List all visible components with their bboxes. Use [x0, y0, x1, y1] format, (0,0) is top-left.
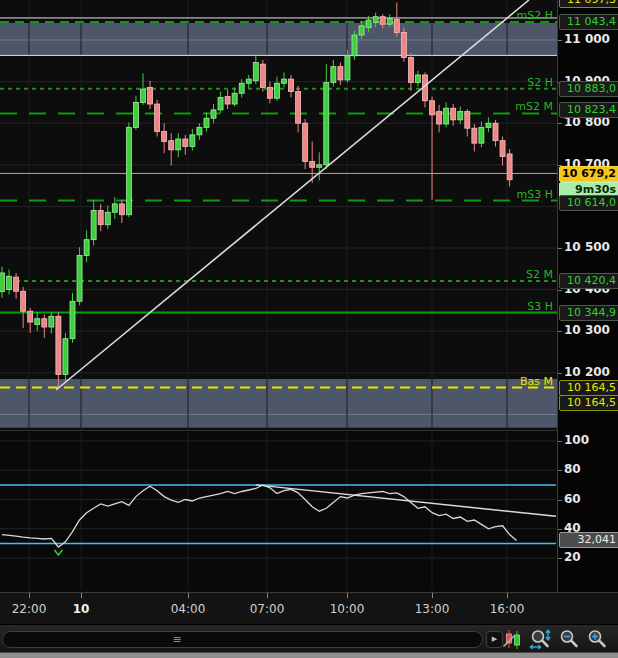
candle — [155, 100, 160, 137]
time-label: 10 — [73, 602, 90, 616]
candle — [77, 247, 82, 305]
candle-body — [401, 33, 406, 58]
candle-body — [345, 56, 350, 80]
candle-body — [70, 301, 75, 338]
level-price-tag: 11 043,4 — [559, 14, 618, 30]
zoom-out-icon[interactable] — [557, 628, 581, 651]
zoom-fit-icon[interactable] — [528, 628, 552, 651]
candle-body — [119, 204, 124, 215]
level-price-tag: 10 823,4 — [559, 102, 618, 118]
candle-body — [133, 102, 138, 127]
candle — [352, 31, 357, 60]
candle-body — [28, 311, 33, 322]
candle-body — [98, 211, 103, 225]
bottom-toolbar: ≡ ▶ — [0, 624, 618, 652]
axis-price-label: 10 200 — [564, 365, 610, 379]
candle-body — [394, 19, 399, 32]
time-label: 04:00 — [171, 602, 206, 616]
green-body — [515, 635, 520, 645]
price-axis[interactable]: 11 00010 90010 80010 70010 50010 40010 3… — [557, 0, 618, 592]
candle-body — [56, 316, 61, 374]
axis-price-label: 10 300 — [564, 323, 610, 337]
candle-body — [197, 127, 202, 134]
candle-body — [218, 97, 223, 109]
candle-body — [77, 255, 82, 301]
candle-body — [507, 154, 512, 180]
magnifier-glyph — [585, 628, 609, 651]
candle — [260, 60, 265, 92]
candle-body — [451, 108, 456, 120]
axis-tick-mark — [558, 248, 562, 249]
candle-body — [91, 211, 96, 240]
time-tick-mark — [29, 593, 30, 598]
candle-body — [310, 161, 315, 167]
axis-tick-mark — [558, 123, 562, 124]
axis-tick-mark — [558, 290, 562, 291]
candle — [303, 119, 308, 169]
chart-style-candlestick-icon[interactable] — [501, 628, 525, 651]
h-arrows — [530, 645, 541, 649]
candle-body — [373, 17, 378, 23]
magnifier-glyph — [528, 628, 552, 651]
candle-body — [239, 83, 244, 93]
level-price-tag: 10 614,0 — [559, 195, 618, 211]
candle-body — [105, 212, 110, 224]
candle-body — [211, 110, 216, 118]
indicator-panel-canvas[interactable] — [0, 430, 557, 592]
time-label: 13:00 — [415, 602, 450, 616]
candle-body — [500, 141, 505, 157]
candle-body — [204, 118, 209, 127]
indicator-value-tag: 32,041 — [559, 532, 618, 548]
candle-body — [458, 112, 463, 120]
level-price-tag: 10 420,4 — [559, 273, 618, 289]
magnifier-glyph — [557, 628, 581, 651]
candle-body — [35, 319, 40, 325]
time-tick-mark — [267, 593, 268, 598]
candle-body — [317, 165, 322, 167]
candle-body — [246, 79, 251, 83]
axis-tick-mark — [558, 529, 562, 530]
axis-tick-mark — [558, 441, 562, 442]
candle-body — [14, 277, 19, 291]
handle — [599, 641, 604, 646]
candle-body — [415, 75, 420, 82]
candle-body — [274, 83, 279, 98]
level-price-tag: 10 164,5 — [559, 380, 618, 396]
candle-body — [437, 112, 442, 124]
candle — [126, 122, 131, 217]
time-label: 22:00 — [12, 602, 47, 616]
axis-price-label: 20 — [564, 550, 581, 564]
level-price-tag: 11 097,3 — [559, 0, 618, 8]
axis-price-label: 80 — [564, 462, 581, 476]
axis-tick-mark — [558, 331, 562, 332]
scrollbar-grip[interactable]: ≡ — [168, 634, 186, 645]
pivot-level-label: S3 H — [527, 300, 553, 313]
level-price-tag: 10 344,9 — [559, 305, 618, 321]
pivot-level-label: mS2 H — [517, 9, 553, 22]
candle-body — [42, 319, 47, 327]
candle-body — [331, 67, 336, 83]
current-price-tag: 10 679,2 — [559, 166, 618, 182]
handle — [542, 641, 547, 646]
candle-body — [148, 87, 153, 104]
candle-body — [21, 291, 26, 311]
candle-body — [486, 123, 491, 127]
candle-body — [84, 240, 89, 256]
price-chart-canvas[interactable]: mS2 HS2 HmS2 MmS3 HS2 MS3 HBas M — [0, 0, 557, 430]
candle-body — [260, 64, 265, 87]
time-tick-mark — [432, 593, 433, 598]
candle-body — [479, 127, 484, 143]
axis-price-label: 10 500 — [564, 240, 610, 254]
zoom-in-icon[interactable] — [585, 628, 609, 651]
candle-body — [289, 79, 294, 91]
candle-body — [49, 316, 54, 327]
time-tick-mark — [188, 593, 189, 598]
axis-price-label: 100 — [564, 433, 589, 447]
candle-body — [380, 17, 385, 24]
horizontal-scrollbar[interactable]: ≡ — [2, 631, 483, 648]
candle-body — [296, 92, 301, 124]
candle-body — [155, 104, 160, 131]
candle-body — [225, 97, 230, 104]
trading-chart-window: mS2 HS2 HmS2 MmS3 HS2 MS3 HBas M 11 0001… — [0, 0, 618, 658]
time-axis[interactable]: 22:001004:0007:0010:0013:0016:00 — [0, 592, 618, 624]
